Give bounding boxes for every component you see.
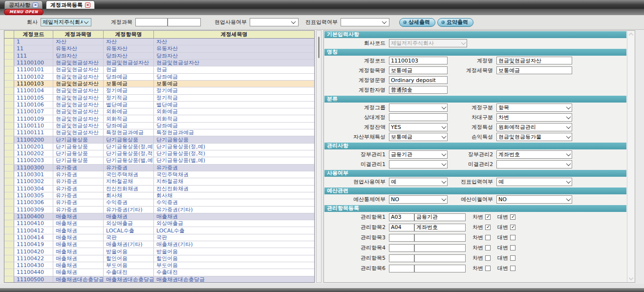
account-name-input[interactable] bbox=[168, 18, 201, 26]
row-selector-cell[interactable] bbox=[4, 87, 14, 94]
row-selector-cell[interactable] bbox=[4, 81, 14, 87]
header-account-code[interactable]: 계정코드 bbox=[14, 31, 53, 38]
row-selector-cell[interactable] bbox=[4, 108, 14, 115]
row-selector-cell[interactable] bbox=[4, 262, 14, 269]
table-row[interactable]: 11100106현금및현금성자산별단예금별단예금 bbox=[4, 102, 314, 108]
table-row[interactable]: 11100412매출채권LOCAL수출LOCAL수출 bbox=[4, 227, 314, 234]
row-selector-cell[interactable] bbox=[4, 199, 14, 206]
row-selector-cell[interactable] bbox=[4, 178, 14, 185]
row-selector-cell[interactable] bbox=[4, 269, 14, 275]
debit-checkbox[interactable] bbox=[485, 214, 491, 220]
table-row[interactable]: 11100400매출채권매출채권매출채권 bbox=[4, 213, 314, 220]
account-trait-select[interactable]: 원화예적금관리 bbox=[496, 123, 572, 131]
row-selector-cell[interactable] bbox=[4, 276, 14, 283]
tab-account-registration[interactable]: 계정과목등록 × bbox=[46, 0, 95, 9]
field-usage-select[interactable]: 예 bbox=[389, 178, 448, 186]
ledger-mgmt2-select[interactable]: 계좌번호 bbox=[496, 150, 572, 159]
row-selector-cell[interactable] bbox=[4, 95, 14, 101]
summary-print-button[interactable]: 요약출력 bbox=[437, 18, 473, 27]
detail-print-button[interactable]: 상세출력 bbox=[399, 18, 435, 27]
mgmt-item-name-field[interactable] bbox=[414, 265, 466, 272]
mgmt-item-code-field[interactable] bbox=[389, 213, 414, 221]
table-row[interactable]: 11100203단기금융상품단기금융상품(별,예)단기금융상품(별,예) bbox=[4, 157, 314, 164]
header-account-item[interactable]: 계정항목명 bbox=[104, 31, 154, 38]
row-selector-cell[interactable] bbox=[4, 129, 14, 136]
mgmt-item-code-field[interactable] bbox=[389, 244, 414, 252]
table-row[interactable]: 11100107현금및현금성자산외화예금외화예금 bbox=[4, 108, 314, 115]
account-name-field[interactable] bbox=[496, 57, 572, 64]
asset-liability-trait-select[interactable]: 보통예금 bbox=[389, 133, 448, 141]
budget-carryover-select[interactable]: NO bbox=[496, 195, 572, 204]
row-selector-cell[interactable] bbox=[4, 39, 14, 45]
account-balance-select[interactable]: YES bbox=[389, 123, 448, 131]
mgmt-item-name-field[interactable] bbox=[414, 224, 466, 231]
table-row[interactable]: 11100110현금및현금성자산당좌예금당좌예금 bbox=[4, 123, 314, 129]
table-row[interactable]: 11100301유가증권국민주택채권국민주택채권 bbox=[4, 171, 314, 178]
debit-checkbox[interactable] bbox=[485, 266, 491, 271]
chevron-up-icon[interactable] bbox=[628, 33, 633, 38]
row-selector-cell[interactable] bbox=[4, 60, 14, 66]
table-row[interactable]: 11100430매출채권부도어음부도어음 bbox=[4, 262, 314, 269]
header-account-subject[interactable]: 계정과목명 bbox=[53, 31, 104, 38]
scrollbar-thumb[interactable] bbox=[318, 37, 320, 58]
row-selector-cell[interactable] bbox=[4, 136, 14, 143]
account-division-select[interactable]: 항목 bbox=[496, 104, 572, 112]
table-row[interactable]: 11100111현금및현금성자산특정현금과예금특정현금과예금 bbox=[4, 129, 314, 136]
row-selector-cell[interactable] bbox=[4, 53, 14, 59]
table-row[interactable]: 11100100현금및현금성자산현금및현금성자산현금및현금성자산 bbox=[4, 60, 314, 66]
row-selector-cell[interactable] bbox=[4, 171, 14, 178]
account-group-select[interactable] bbox=[389, 104, 448, 112]
table-row[interactable]: 11100105현금및현금성자산정기적금정기적금 bbox=[4, 95, 314, 102]
profit-loss-trait-select[interactable]: 현금및현금등가물 bbox=[496, 133, 572, 141]
row-selector-cell[interactable] bbox=[4, 115, 14, 122]
row-selector-cell[interactable] bbox=[4, 74, 14, 80]
slip-entry-select[interactable]: 예 bbox=[496, 178, 572, 186]
tab-close-icon[interactable]: × bbox=[33, 2, 38, 8]
table-row[interactable]: 11100101현금및현금성자산현금현금 bbox=[4, 66, 314, 73]
table-scrollbar[interactable] bbox=[316, 30, 322, 283]
row-selector-cell[interactable] bbox=[4, 123, 14, 129]
credit-checkbox[interactable] bbox=[510, 245, 515, 250]
row-selector-cell[interactable] bbox=[4, 150, 14, 157]
row-selector-cell[interactable] bbox=[4, 157, 14, 164]
tab-close-icon[interactable]: × bbox=[85, 2, 90, 8]
table-row[interactable]: 11100202단기금융상품단기금융상품(정,적)단기금융상품(정,적) bbox=[4, 150, 314, 157]
table-row[interactable]: 11100500매출채권대손충당금매출채권대손충당금매출채권대손충당금 bbox=[4, 276, 314, 283]
debit-checkbox[interactable] bbox=[485, 255, 491, 261]
mgmt-item-name-field[interactable] bbox=[414, 254, 466, 262]
table-row[interactable]: 11100309유가증권유가증권(기타)유가증권(기타) bbox=[4, 207, 314, 213]
debit-checkbox[interactable] bbox=[485, 245, 491, 250]
mgmt-item-code-field[interactable] bbox=[389, 265, 414, 272]
row-selector-cell[interactable] bbox=[4, 102, 14, 108]
row-selector-cell[interactable] bbox=[4, 165, 14, 171]
table-row[interactable]: 11100104현금및현금성자산정기예금정기예금 bbox=[4, 87, 314, 94]
tab-notice[interactable]: 공지사항 × bbox=[4, 0, 43, 9]
row-selector-cell[interactable] bbox=[4, 192, 14, 199]
table-row[interactable]: 111당좌자산당좌자산당좌자산 bbox=[4, 53, 314, 60]
row-selector-cell[interactable] bbox=[4, 207, 14, 213]
table-row[interactable]: 11100109현금및현금성자산외화적금외화적금 bbox=[4, 115, 314, 122]
table-row[interactable]: 11100300유가증권유가증권유가증권 bbox=[4, 165, 314, 171]
budget-control-select[interactable]: NO bbox=[389, 195, 448, 204]
credit-checkbox[interactable] bbox=[510, 235, 515, 240]
table-row[interactable]: 11유동자산유동자산유동자산 bbox=[4, 45, 314, 52]
table-row[interactable]: 11100305유가증권회사채회사채 bbox=[4, 192, 314, 199]
row-selector-cell[interactable] bbox=[4, 186, 14, 192]
menu-open-button[interactable]: MENU OPEN bbox=[4, 9, 43, 16]
mgmt-item-code-field[interactable] bbox=[389, 234, 414, 242]
credit-checkbox[interactable] bbox=[510, 255, 515, 261]
counter-account-field[interactable] bbox=[389, 113, 448, 121]
credit-checkbox[interactable] bbox=[510, 266, 515, 271]
table-row[interactable]: 1자산자산자산 bbox=[4, 39, 314, 45]
account-item-field[interactable] bbox=[389, 66, 448, 74]
row-selector-cell[interactable] bbox=[4, 227, 14, 233]
row-selector-cell[interactable] bbox=[4, 45, 14, 52]
credit-checkbox[interactable] bbox=[510, 214, 515, 220]
ledger-mgmt1-select[interactable]: 금융기관 bbox=[389, 150, 448, 159]
table-row[interactable]: 11100306유가증권수익증권수익증권 bbox=[4, 199, 314, 206]
slip-filter-select[interactable] bbox=[341, 18, 389, 26]
table-row[interactable]: 11100302유가증권지하철공채지하철공채 bbox=[4, 178, 314, 185]
chevron-down-icon[interactable] bbox=[628, 276, 633, 281]
account-code-input[interactable] bbox=[135, 18, 168, 26]
row-selector-cell[interactable] bbox=[4, 213, 14, 220]
